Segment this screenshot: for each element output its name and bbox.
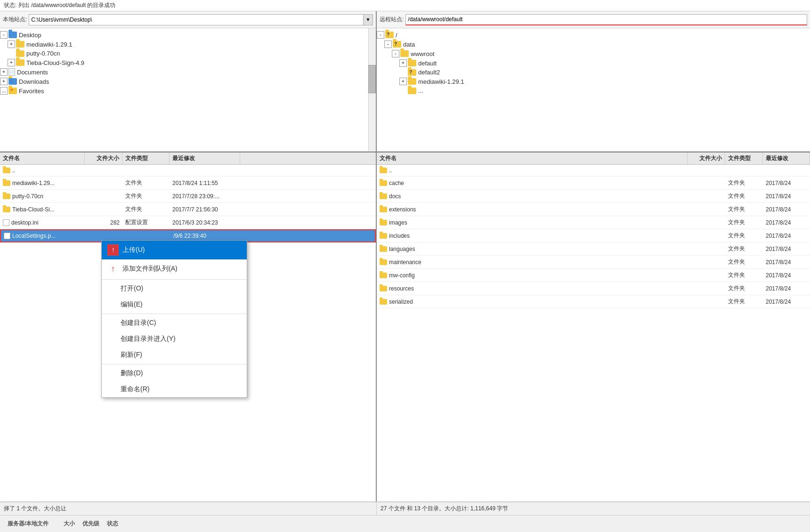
- expand-wwwroot[interactable]: -: [392, 50, 399, 57]
- ctx-item-add-queue[interactable]: ↑ 添加文件到队列(A): [102, 259, 247, 278]
- ctx-item-edit[interactable]: 编辑(E): [102, 297, 247, 313]
- tree-label-desktop: Desktop: [19, 32, 41, 39]
- remote-col-name[interactable]: 文件名: [377, 153, 688, 164]
- file-icon-localsettings: [4, 233, 10, 239]
- local-tree-scrollbar[interactable]: [368, 28, 376, 151]
- local-tree-panel: 本地站点: ▼ - Desktop + mediawiki-1.29.1: [0, 11, 377, 152]
- local-file-type-tieba: 文件夹: [122, 204, 170, 214]
- expand-mediawiki[interactable]: +: [8, 40, 15, 48]
- remote-file-name-languages: languages: [377, 245, 688, 253]
- ctx-item-rename[interactable]: 重命名(R): [102, 381, 247, 397]
- local-file-row-parent[interactable]: ..: [0, 165, 376, 177]
- local-file-type-putty: 文件夹: [122, 191, 170, 201]
- tree-label-tieba: Tieba-Cloud-Sign-4.9: [26, 59, 84, 66]
- ctx-item-open[interactable]: 打开(O): [102, 281, 247, 297]
- remote-file-date-mwconfig: 2017/8/24: [763, 271, 810, 280]
- remote-file-row-docs[interactable]: docs 文件夹 2017/8/24: [377, 190, 810, 203]
- tree-item-default2[interactable]: default2: [377, 68, 810, 77]
- ctx-label-rename: 重命名(R): [121, 385, 149, 394]
- remote-file-row-serialized[interactable]: serialized 文件夹 2017/8/24: [377, 295, 810, 308]
- local-file-row-tieba[interactable]: Tieba-Cloud-Si... 文件夹 2017/7/7 21:56:30: [0, 203, 376, 216]
- remote-file-row-mwconfig[interactable]: mw-config 文件夹 2017/8/24: [377, 269, 810, 282]
- local-file-row-mediawiki[interactable]: mediawiki-1.29... 文件夹 2017/8/24 1:11:55: [0, 177, 376, 190]
- expand-tieba[interactable]: +: [8, 59, 15, 66]
- remote-file-date-resources: 2017/8/24: [763, 284, 810, 293]
- ctx-label-open: 打开(O): [121, 284, 143, 293]
- remote-file-list[interactable]: .. cache 文件夹 2017/8/24: [377, 165, 810, 501]
- doc-icon-documents: 📄: [8, 68, 15, 76]
- expand-documents[interactable]: +: [0, 68, 8, 76]
- remote-file-row-includes[interactable]: includes 文件夹 2017/8/24: [377, 229, 810, 242]
- tree-item-favorites[interactable]: ... Favorites: [0, 86, 376, 96]
- remote-col-size[interactable]: 文件大小: [688, 153, 725, 164]
- folder-icon-more: [408, 88, 416, 94]
- transfer-col-status: 状态: [103, 520, 122, 528]
- tree-item-more[interactable]: ...: [377, 86, 810, 95]
- tree-item-data[interactable]: - data: [377, 40, 810, 49]
- remote-file-header: 文件名 文件大小 文件类型 最近修改: [377, 153, 810, 165]
- local-file-row-desktop-ini[interactable]: desktop.ini 282 配置设置 2017/6/3 20:34:23: [0, 216, 376, 229]
- ctx-item-delete[interactable]: 删除(D): [102, 365, 247, 381]
- tree-item-default[interactable]: + default: [377, 58, 810, 68]
- ctx-item-upload[interactable]: ↑ 上传(U): [102, 241, 247, 259]
- tree-label-remote-mediawiki: mediawiki-1.29.1: [418, 78, 464, 85]
- remote-file-size-docs: [688, 195, 725, 197]
- local-tree-scroll-thumb[interactable]: [368, 65, 376, 93]
- expand-default[interactable]: +: [399, 59, 407, 67]
- local-file-date-tieba: 2017/7/7 21:56:30: [170, 205, 240, 214]
- remote-file-name-docs: docs: [377, 192, 688, 201]
- remote-file-row-cache[interactable]: cache 文件夹 2017/8/24: [377, 177, 810, 190]
- folder-icon-includes: [380, 233, 387, 239]
- ctx-item-refresh[interactable]: 刷新(F): [102, 347, 247, 363]
- remote-col-date[interactable]: 最近修改: [763, 153, 810, 164]
- tree-item-putty[interactable]: putty-0.70cn: [0, 49, 376, 58]
- remote-path-input[interactable]: [405, 14, 807, 25]
- local-col-size[interactable]: 文件大小: [85, 153, 122, 164]
- expand-data[interactable]: -: [384, 40, 392, 48]
- remote-file-row-images[interactable]: images 文件夹 2017/8/24: [377, 216, 810, 229]
- tree-item-downloads[interactable]: + Downloads: [0, 77, 376, 86]
- expand-root[interactable]: -: [377, 31, 384, 39]
- ctx-item-create-dir[interactable]: 创建目录(C): [102, 315, 247, 331]
- tree-label-wwwroot: wwwroot: [411, 50, 435, 57]
- transfer-bar: 服务器/本地文件 大小 优先级 状态: [0, 515, 810, 532]
- tree-item-documents[interactable]: + 📄 Documents: [0, 67, 376, 77]
- expand-favorites[interactable]: ...: [0, 87, 8, 95]
- expand-desktop[interactable]: -: [0, 31, 8, 39]
- remote-file-row-maintenance[interactable]: maintenance 文件夹 2017/8/24: [377, 256, 810, 269]
- local-tree-area[interactable]: - Desktop + mediawiki-1.29.1 putty-0.70c: [0, 28, 376, 152]
- transfer-col-size: 大小: [60, 520, 79, 528]
- tree-item-remote-mediawiki[interactable]: + mediawiki-1.29.1: [377, 77, 810, 86]
- local-col-name[interactable]: 文件名: [0, 153, 85, 164]
- local-file-type-mediawiki: 文件夹: [122, 178, 170, 188]
- file-icon-desktop-ini: [3, 219, 9, 226]
- expand-downloads[interactable]: +: [0, 78, 8, 85]
- local-file-row-putty[interactable]: putty-0.70cn 文件夹 2017/7/28 23:09:...: [0, 190, 376, 203]
- remote-file-type-cache: 文件夹: [725, 178, 763, 188]
- tree-label-default: default: [418, 60, 437, 67]
- remote-file-row-languages[interactable]: languages 文件夹 2017/8/24: [377, 242, 810, 256]
- tree-item-root[interactable]: - /: [377, 30, 810, 40]
- remote-col-type[interactable]: 文件类型: [725, 153, 763, 164]
- tree-item-wwwroot[interactable]: - wwwroot: [377, 49, 810, 58]
- expand-remote-mediawiki[interactable]: +: [399, 78, 407, 85]
- folder-icon-putty: [16, 50, 24, 57]
- remote-file-row-extensions[interactable]: extensions 文件夹 2017/8/24: [377, 203, 810, 216]
- folder-icon-putty-file: [3, 193, 10, 199]
- remote-file-panel: 文件名 文件大小 文件类型 最近修改 .. cache: [377, 153, 810, 501]
- tree-item-tieba[interactable]: + Tieba-Cloud-Sign-4.9: [0, 58, 376, 67]
- remote-file-row-resources[interactable]: resources 文件夹 2017/8/24: [377, 282, 810, 295]
- folder-icon-parent-local: [3, 168, 10, 173]
- tree-item-mediawiki[interactable]: + mediawiki-1.29.1: [0, 40, 376, 49]
- local-col-date[interactable]: 最近修改: [170, 153, 240, 164]
- remote-tree-area[interactable]: - / - data - wwwroot: [377, 28, 810, 152]
- tree-item-desktop[interactable]: - Desktop: [0, 30, 376, 40]
- folder-icon-default2: [408, 69, 416, 76]
- local-path-dropdown[interactable]: ▼: [364, 14, 373, 25]
- folder-icon-favorites: [8, 88, 17, 94]
- local-col-type[interactable]: 文件类型: [122, 153, 170, 164]
- ctx-item-create-dir-enter[interactable]: 创建目录并进入(Y): [102, 331, 247, 347]
- remote-file-row-parent[interactable]: ..: [377, 165, 810, 177]
- local-path-input[interactable]: [29, 14, 364, 25]
- remote-file-date-extensions: 2017/8/24: [763, 205, 810, 214]
